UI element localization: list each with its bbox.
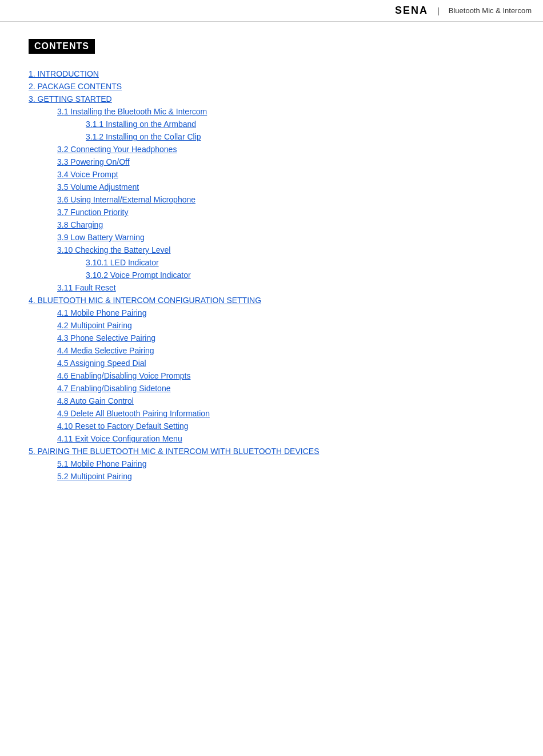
toc-item: 3.6 Using Internal/External Microphone — [29, 196, 514, 204]
toc-item: 4.1 Mobile Phone Pairing — [29, 309, 514, 317]
toc-link[interactable]: 3.6 Using Internal/External Microphone — [57, 195, 195, 204]
toc-link[interactable]: 3.1.1 Installing on the Armband — [86, 120, 196, 129]
toc-item: 3.1.1 Installing on the Armband — [29, 120, 514, 128]
toc-item: 3.11 Fault Reset — [29, 284, 514, 292]
toc-link[interactable]: 4.7 Enabling/Disabling Sidetone — [57, 384, 170, 393]
toc-link[interactable]: 4.4 Media Selective Pairing — [57, 346, 154, 355]
toc-link[interactable]: 5.1 Mobile Phone Pairing — [57, 459, 146, 468]
toc-link[interactable]: 3.2 Connecting Your Headphones — [57, 145, 177, 154]
toc-item: 3.3 Powering On/Off — [29, 158, 514, 166]
toc-item: 4.2 Multipoint Pairing — [29, 321, 514, 329]
toc-item: 5.2 Multipoint Pairing — [29, 472, 514, 480]
toc-link[interactable]: 3.10.2 Voice Prompt Indicator — [86, 270, 191, 280]
toc-link[interactable]: 3.9 Low Battery Warning — [57, 233, 145, 242]
toc-item: 4.3 Phone Selective Pairing — [29, 334, 514, 342]
toc-item: 4.4 Media Selective Pairing — [29, 347, 514, 355]
toc-item: 4.8 Auto Gain Control — [29, 397, 514, 405]
toc-link[interactable]: 4.6 Enabling/Disabling Voice Prompts — [57, 371, 190, 380]
toc-link[interactable]: 4.5 Assigning Speed Dial — [57, 359, 146, 368]
toc-item: 5. PAIRING THE BLUETOOTH MIC & INTERCOM … — [29, 447, 514, 455]
toc-item: 3.1.2 Installing on the Collar Clip — [29, 133, 514, 141]
toc-item: 3.2 Connecting Your Headphones — [29, 145, 514, 153]
header-divider: | — [437, 6, 440, 15]
table-of-contents: 1. INTRODUCTION2. PACKAGE CONTENTS3. GET… — [29, 70, 514, 480]
toc-link[interactable]: 1. INTRODUCTION — [29, 69, 99, 78]
toc-item: 1. INTRODUCTION — [29, 70, 514, 78]
toc-item: 2. PACKAGE CONTENTS — [29, 82, 514, 90]
toc-link[interactable]: 4.10 Reset to Factory Default Setting — [57, 421, 189, 431]
toc-link[interactable]: 3.10.1 LED Indicator — [86, 258, 159, 267]
toc-item: 4.5 Assigning Speed Dial — [29, 359, 514, 367]
toc-link[interactable]: 3.1 Installing the Bluetooth Mic & Inter… — [57, 107, 207, 116]
toc-item: 3.10 Checking the Battery Level — [29, 246, 514, 254]
toc-item: 3.1 Installing the Bluetooth Mic & Inter… — [29, 108, 514, 116]
toc-item: 4.9 Delete All Bluetooth Pairing Informa… — [29, 409, 514, 417]
toc-link[interactable]: 4.11 Exit Voice Configuration Menu — [57, 434, 182, 443]
toc-link[interactable]: 5.2 Multipoint Pairing — [57, 472, 132, 481]
main-content: CONTENTS 1. INTRODUCTION2. PACKAGE CONTE… — [0, 22, 543, 502]
toc-item: 3.7 Function Priority — [29, 208, 514, 216]
header-subtitle: Bluetooth Mic & Intercom — [449, 6, 532, 15]
toc-link[interactable]: 3.4 Voice Prompt — [57, 170, 118, 179]
toc-link[interactable]: 3.11 Fault Reset — [57, 283, 116, 292]
toc-link[interactable]: 4. BLUETOOTH MIC & INTERCOM CONFIGURATIO… — [29, 296, 261, 305]
toc-item: 4.11 Exit Voice Configuration Menu — [29, 435, 514, 443]
toc-item: 3. GETTING STARTED — [29, 95, 514, 103]
toc-item: 3.4 Voice Prompt — [29, 170, 514, 178]
toc-item: 3.10.1 LED Indicator — [29, 258, 514, 266]
toc-link[interactable]: 3.5 Volume Adjustment — [57, 182, 139, 192]
toc-link[interactable]: 4.8 Auto Gain Control — [57, 396, 134, 405]
toc-item: 5.1 Mobile Phone Pairing — [29, 460, 514, 468]
toc-item: 3.5 Volume Adjustment — [29, 183, 514, 191]
logo-text: SENA — [395, 5, 428, 17]
toc-link[interactable]: 2. PACKAGE CONTENTS — [29, 82, 122, 91]
toc-link[interactable]: 4.3 Phone Selective Pairing — [57, 333, 155, 343]
header-logo: SENA | Bluetooth Mic & Intercom — [395, 5, 532, 17]
toc-item: 3.10.2 Voice Prompt Indicator — [29, 271, 514, 279]
toc-item: 4.7 Enabling/Disabling Sidetone — [29, 384, 514, 392]
toc-link[interactable]: 4.2 Multipoint Pairing — [57, 321, 132, 330]
contents-heading: CONTENTS — [29, 39, 95, 54]
toc-link[interactable]: 3.3 Powering On/Off — [57, 157, 130, 166]
toc-link[interactable]: 3.7 Function Priority — [57, 208, 129, 217]
toc-link[interactable]: 4.1 Mobile Phone Pairing — [57, 308, 146, 317]
toc-link[interactable]: 4.9 Delete All Bluetooth Pairing Informa… — [57, 409, 210, 418]
toc-link[interactable]: 3. GETTING STARTED — [29, 94, 112, 104]
toc-item: 3.8 Charging — [29, 221, 514, 229]
toc-link[interactable]: 5. PAIRING THE BLUETOOTH MIC & INTERCOM … — [29, 447, 319, 456]
page-header: SENA | Bluetooth Mic & Intercom — [0, 0, 543, 22]
toc-item: 4.10 Reset to Factory Default Setting — [29, 422, 514, 430]
toc-link[interactable]: 3.8 Charging — [57, 220, 103, 229]
toc-item: 4. BLUETOOTH MIC & INTERCOM CONFIGURATIO… — [29, 296, 514, 304]
toc-link[interactable]: 3.10 Checking the Battery Level — [57, 245, 170, 254]
toc-item: 4.6 Enabling/Disabling Voice Prompts — [29, 372, 514, 380]
toc-link[interactable]: 3.1.2 Installing on the Collar Clip — [86, 132, 201, 141]
toc-item: 3.9 Low Battery Warning — [29, 233, 514, 241]
